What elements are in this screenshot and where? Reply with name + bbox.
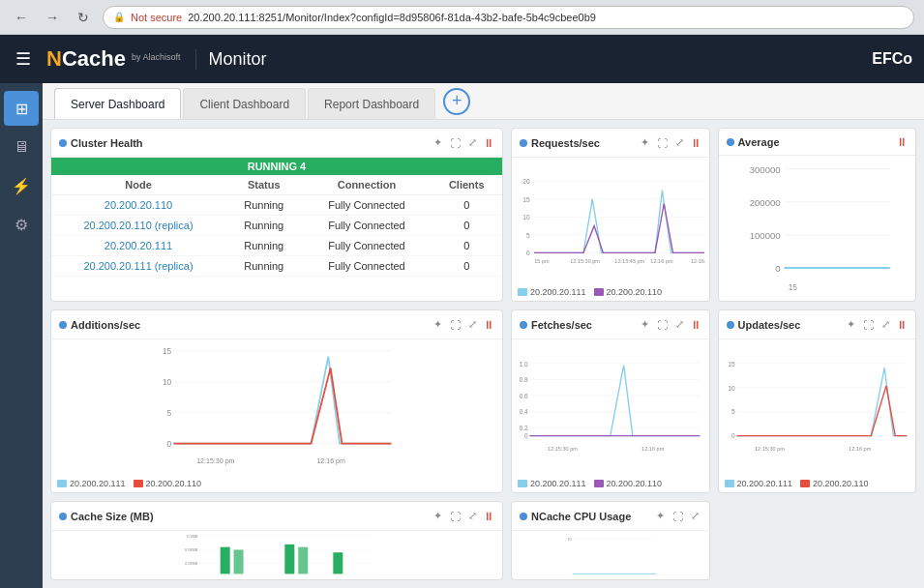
updates-label-111: 20.200.20.111 <box>737 479 793 488</box>
browser-bar: ← → ↻ 🔒 Not secure 20.200.20.111:8251/Mo… <box>0 0 924 35</box>
cache-pin-icon[interactable]: ✦ <box>432 508 444 524</box>
requests-legend: 20.200.20.111 20.200.20.110 <box>512 285 709 301</box>
requests-body: 20 15 10 5 0 15 pm 12:15:30 pm 12:15:45 … <box>512 158 709 285</box>
sidebar-icon-grid[interactable]: ⊞ <box>4 91 39 126</box>
additions-dot <box>59 321 67 329</box>
additions-pin-icon[interactable]: ✦ <box>432 316 444 333</box>
table-cell: Fully Connected <box>302 256 431 277</box>
svg-rect-68 <box>298 547 308 574</box>
tab-server-dashboard[interactable]: Server Dashboard <box>54 88 181 119</box>
additions-legend: 20.200.20.111 20.200.20.110 <box>51 477 502 492</box>
sidebar-icon-monitor[interactable]: 🖥 <box>4 130 39 164</box>
menu-button[interactable]: ☰ <box>12 44 35 74</box>
svg-text:12:16 pm: 12:16 pm <box>650 258 673 264</box>
company-name: EFCo <box>872 50 912 68</box>
ncache-pin-icon[interactable]: ✦ <box>654 508 667 524</box>
updates-title: Updates/sec <box>738 319 842 331</box>
security-label: Not secure <box>131 12 182 23</box>
additions-title: Additions/sec <box>71 319 428 331</box>
average-pause-icon[interactable]: ⏸ <box>896 135 908 149</box>
average-controls: ⏸ <box>896 135 908 149</box>
fetches-header: Fetches/sec ✦ ⛶ ⤢ ⏸ <box>512 310 709 339</box>
table-row: 20.200.20.111 (replica)RunningFully Conn… <box>51 256 502 277</box>
svg-text:0: 0 <box>167 440 172 449</box>
tab-client-dashboard[interactable]: Client Dashboard <box>183 88 306 119</box>
cluster-health-panel: Cluster Health ✦ ⛶ ⤢ ⏸ RUNNING 4 Node <box>50 128 503 302</box>
table-cell: 20.200.20.110 (replica) <box>51 216 225 236</box>
table-cell: Running <box>225 236 302 256</box>
updates-expand-icon[interactable]: ⛶ <box>861 317 876 333</box>
svg-text:0.08MB: 0.08MB <box>185 547 198 552</box>
requests-controls: ✦ ⛶ ⤢ ⏸ <box>639 134 701 151</box>
cache-expand-icon[interactable]: ⛶ <box>448 509 462 524</box>
svg-text:0.6: 0.6 <box>520 393 528 399</box>
svg-text:0.8: 0.8 <box>520 376 528 383</box>
table-cell: Running <box>225 195 302 216</box>
cache-size-title: Cache Size (MB) <box>71 511 428 522</box>
cache-fullscreen-icon[interactable]: ⤢ <box>466 508 479 524</box>
cluster-fullscreen-icon[interactable]: ⤢ <box>466 134 479 151</box>
fetches-pin-icon[interactable]: ✦ <box>639 316 651 333</box>
requests-header: Requests/sec ✦ ⛶ ⤢ ⏸ <box>512 129 709 158</box>
app-header: ☰ NCache by Alachisoft Monitor EFCo <box>0 35 924 83</box>
tab-report-dashboard[interactable]: Report Dashboard <box>308 88 435 119</box>
additions-fullscreen-icon[interactable]: ⤢ <box>466 316 479 333</box>
svg-text:15 pm: 15 pm <box>534 258 550 264</box>
sidebar-icon-cloud[interactable]: ⚡ <box>4 168 39 203</box>
ncache-cpu-body: 10 <box>512 531 709 579</box>
requests-pause-icon[interactable]: ⏸ <box>690 136 701 150</box>
reload-button[interactable]: ↻ <box>72 6 95 29</box>
app-title: Monitor <box>195 49 266 70</box>
table-cell: Running <box>225 216 302 236</box>
additions-expand-icon[interactable]: ⛶ <box>448 317 462 333</box>
average-dot <box>727 138 734 146</box>
ncache-expand-icon[interactable]: ⛶ <box>671 509 685 524</box>
requests-fullscreen-icon[interactable]: ⤢ <box>673 134 686 151</box>
updates-header: Updates/sec ✦ ⛶ ⤢ ⏸ <box>719 310 916 339</box>
sidebar-icon-settings[interactable]: ⚙ <box>4 207 39 242</box>
table-cell: Fully Connected <box>302 216 431 236</box>
cluster-health-header: Cluster Health ✦ ⛶ ⤢ ⏸ <box>51 129 502 158</box>
fetches-chart: 1.0 0.8 0.6 0.4 0.2 0 12:15:30 pm 12:16 … <box>512 339 709 477</box>
svg-text:12:16:: 12:16: <box>691 258 706 264</box>
col-clients: Clients <box>432 175 502 195</box>
cluster-expand-icon[interactable]: ⛶ <box>448 135 462 151</box>
fetches-expand-icon[interactable]: ⛶ <box>655 317 670 333</box>
additions-pause-icon[interactable]: ⏸ <box>483 318 494 332</box>
updates-body: 15 10 5 0 12:15:30 pm 12:16 pm <box>719 339 916 477</box>
updates-fullscreen-icon[interactable]: ⤢ <box>879 316 892 333</box>
svg-text:0.06MB: 0.06MB <box>185 561 198 566</box>
requests-pin-icon[interactable]: ✦ <box>639 134 651 151</box>
updates-controls: ✦ ⛶ ⤢ ⏸ <box>845 316 908 333</box>
cache-pause-icon[interactable]: ⏸ <box>483 510 494 523</box>
back-button[interactable]: ← <box>10 6 33 29</box>
additions-label-110: 20.200.20.110 <box>146 479 202 488</box>
add-tab-button[interactable]: + <box>443 88 470 115</box>
logo-n: N <box>46 46 62 71</box>
svg-text:10: 10 <box>522 214 530 220</box>
average-panel: Average ⏸ 300000 200000 100000 0 <box>718 128 917 302</box>
updates-pin-icon[interactable]: ✦ <box>845 316 857 333</box>
col-node: Node <box>51 175 225 195</box>
additions-legend-110: 20.200.20.110 <box>134 479 202 488</box>
ncache-cpu-header: NCache CPU Usage ✦ ⛶ ⤢ <box>512 502 709 531</box>
legend-item-111: 20.200.20.111 <box>518 287 586 297</box>
lock-icon: 🔒 <box>113 12 125 22</box>
cluster-health-title: Cluster Health <box>71 137 428 149</box>
fetches-fullscreen-icon[interactable]: ⤢ <box>673 316 686 333</box>
average-body: 300000 200000 100000 0 15 <box>719 156 916 301</box>
svg-rect-66 <box>234 549 244 573</box>
forward-button[interactable]: → <box>41 6 64 29</box>
svg-text:12:15:45 pm: 12:15:45 pm <box>614 258 644 264</box>
updates-pause-icon[interactable]: ⏸ <box>896 318 908 332</box>
cluster-pin-icon[interactable]: ✦ <box>432 134 444 151</box>
cluster-pause-icon[interactable]: ⏸ <box>483 136 494 150</box>
ncache-fullscreen-icon[interactable]: ⤢ <box>689 508 701 524</box>
svg-text:0: 0 <box>526 250 530 256</box>
fetches-pause-icon[interactable]: ⏸ <box>690 318 701 332</box>
address-bar[interactable]: 🔒 Not secure 20.200.20.111:8251/Monitor/… <box>103 6 914 29</box>
fetches-dot-110 <box>594 480 604 487</box>
legend-label-111: 20.200.20.111 <box>530 287 586 297</box>
updates-label-110: 20.200.20.110 <box>813 479 869 488</box>
requests-expand-icon[interactable]: ⛶ <box>655 135 670 151</box>
